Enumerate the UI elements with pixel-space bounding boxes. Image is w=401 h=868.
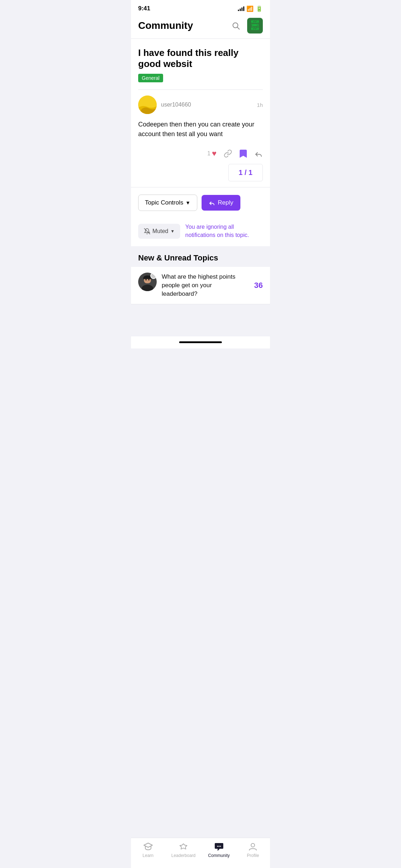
nav-label-community: Community: [208, 853, 230, 858]
post-author-row: user104660 1h: [138, 95, 263, 114]
post-content: Codeepen then then you can create your a…: [138, 120, 263, 139]
post-title: I have found this really good websit: [138, 47, 263, 69]
bottom-nav-spacer: [131, 304, 270, 336]
nav-item-profile[interactable]: Profile: [242, 842, 264, 858]
topic-controls-button[interactable]: Topic Controls ▼: [138, 195, 197, 211]
divider: [138, 89, 263, 90]
section-header: New & Unread Topics: [131, 246, 270, 267]
user-avatar[interactable]: 011010010110: [247, 18, 263, 33]
topic-info: What are the highest points people get o…: [162, 273, 249, 298]
svg-point-13: [251, 843, 255, 847]
muted-button[interactable]: Muted ▼: [138, 224, 180, 239]
link-icon: [224, 149, 232, 158]
home-bar: [179, 341, 222, 343]
battery-icon: 🔋: [256, 5, 263, 12]
reply-label: Reply: [218, 199, 233, 206]
author-name[interactable]: user104660: [161, 102, 191, 108]
topic-title: What are the highest points people get o…: [162, 273, 249, 298]
status-icons: 📶 🔋: [238, 5, 263, 12]
section-title: New & Unread Topics: [138, 253, 218, 262]
nav-label-leaderboard: Leaderboard: [171, 853, 196, 858]
topic-list-item[interactable]: What are the highest points people get o…: [131, 267, 270, 304]
like-button[interactable]: 1 ♥: [207, 149, 217, 158]
page-title: Community: [138, 20, 193, 31]
svg-line-1: [238, 27, 240, 30]
chevron-down-icon: ▼: [186, 200, 191, 206]
signal-bars-icon: [238, 6, 244, 11]
wifi-icon: 📶: [246, 5, 254, 12]
svg-point-12: [220, 846, 221, 847]
nav-item-learn[interactable]: Learn: [137, 842, 159, 858]
svg-point-11: [218, 846, 219, 847]
topic-avatar: [138, 273, 157, 291]
page-header: Community 011010010110: [131, 14, 270, 38]
like-count: 1: [207, 150, 210, 157]
search-button[interactable]: [229, 19, 242, 32]
muted-description: You are ignoring all notifications on th…: [185, 223, 263, 239]
svg-point-10: [217, 846, 218, 847]
nav-item-community[interactable]: Community: [208, 842, 230, 858]
topic-controls-label: Topic Controls: [145, 199, 183, 206]
muted-row: Muted ▼ You are ignoring all notificatio…: [131, 218, 270, 246]
nav-label-learn: Learn: [142, 853, 153, 858]
status-bar: 9:41 📶 🔋: [131, 0, 270, 14]
leaderboard-icon: [178, 842, 188, 852]
pagination-display: 1 / 1: [228, 164, 263, 181]
bottom-actions: Topic Controls ▼ Reply: [131, 187, 270, 218]
svg-line-3: [144, 228, 150, 234]
reply-small-button[interactable]: [254, 149, 263, 158]
post-tag[interactable]: General: [138, 74, 163, 82]
svg-point-8: [145, 279, 147, 280]
bookmark-button[interactable]: [239, 149, 247, 158]
heart-icon: ♥: [212, 149, 217, 158]
community-icon: [214, 842, 224, 852]
nav-label-profile: Profile: [247, 853, 259, 858]
link-button[interactable]: [224, 149, 232, 158]
muted-chevron-icon: ▼: [170, 229, 175, 234]
profile-icon: [248, 842, 258, 852]
reply-small-icon: [254, 149, 263, 158]
bookmark-icon: [239, 149, 247, 158]
home-indicator: [131, 336, 270, 348]
bell-muted-icon: [144, 228, 150, 234]
author-avatar[interactable]: [138, 95, 157, 114]
author-info: user104660: [138, 95, 191, 114]
bottom-nav: Learn Leaderboard Community Profile: [131, 838, 270, 868]
reply-button[interactable]: Reply: [202, 195, 240, 211]
search-icon: [231, 21, 240, 30]
action-row: 1 ♥: [138, 146, 263, 161]
muted-label: Muted: [152, 228, 168, 234]
status-time: 9:41: [138, 5, 150, 12]
reply-icon: [209, 200, 215, 206]
nav-item-leaderboard[interactable]: Leaderboard: [171, 842, 196, 858]
post-time: 1h: [257, 102, 263, 108]
svg-point-9: [148, 279, 150, 280]
pagination-row: 1 / 1: [138, 164, 263, 181]
header-actions: 011010010110: [229, 18, 263, 33]
learn-icon: [143, 842, 153, 852]
topic-reply-count: 36: [254, 281, 263, 290]
avatar-svg: [138, 95, 157, 114]
post-card: I have found this really good websit Gen…: [131, 38, 270, 187]
